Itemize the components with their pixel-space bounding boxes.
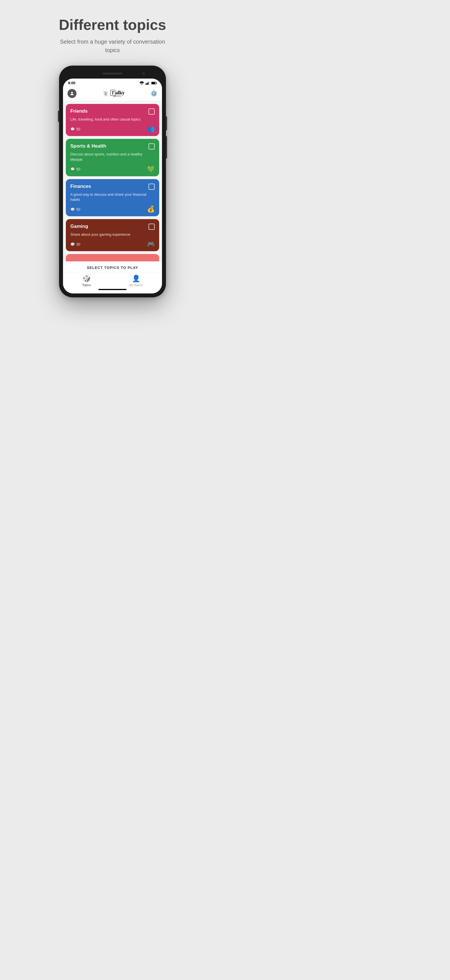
- topic-card-finances[interactable]: Finances A good way to discuss and share…: [66, 179, 159, 216]
- topic-name-friends: Friends: [70, 108, 87, 114]
- phone-speaker: [103, 73, 122, 74]
- topics-list: Friends Life, travelling, food and other…: [63, 101, 162, 261]
- topic-desc-gaming: Share about your gaming experience: [70, 232, 155, 237]
- nav-items: 🎲 Topics 👤 My Space: [63, 273, 162, 288]
- topic-desc-friends: Life, travelling, food and other casual …: [70, 117, 155, 122]
- topic-name-gaming: Gaming: [70, 224, 88, 229]
- topic-icon-sports: 💚: [147, 165, 155, 173]
- page-subtitle: Select from a huge variety of conversati…: [59, 37, 166, 54]
- app-bar: 🃏 Talky games ⚙️: [63, 86, 162, 101]
- nav-label-topics: Topics: [82, 283, 91, 287]
- topic-icon-gaming: 🎮: [147, 240, 155, 248]
- home-indicator: [98, 289, 127, 290]
- chat-icon-sports: 💬: [70, 167, 75, 171]
- battery-icon: [151, 81, 157, 85]
- settings-icon[interactable]: ⚙️: [151, 90, 157, 97]
- svg-rect-1: [146, 83, 147, 85]
- topic-card-friends[interactable]: Friends Life, travelling, food and other…: [66, 104, 159, 136]
- logo-cards-icon: 🃏: [102, 91, 109, 97]
- svg-point-0: [141, 84, 142, 84]
- topic-name-finances: Finances: [70, 184, 91, 189]
- topic-footer-gaming: 💬 30 🎮: [70, 240, 155, 248]
- svg-rect-6: [156, 83, 157, 84]
- nav-item-topics[interactable]: 🎲 Topics: [82, 275, 91, 287]
- topic-card-header-finances: Finances: [70, 184, 155, 190]
- nav-icon-myspace: 👤: [132, 275, 140, 282]
- user-avatar[interactable]: [68, 89, 76, 98]
- topic-card-header-sports: Sports & Health: [70, 143, 155, 150]
- nav-icon-topics: 🎲: [82, 275, 91, 282]
- nav-item-myspace[interactable]: 👤 My Space: [129, 275, 143, 287]
- topic-icon-friends: 👥: [147, 125, 155, 133]
- topic-card-gaming[interactable]: Gaming Share about your gaming experienc…: [66, 219, 159, 251]
- topic-count-sports: 💬 50: [70, 167, 80, 171]
- topic-desc-finances: A good way to discuss and share your fin…: [70, 192, 155, 202]
- svg-rect-7: [152, 82, 155, 84]
- signal-icon: [146, 81, 150, 85]
- bottom-nav: SELECT TOPICS TO PLAY 🎲 Topics 👤 My Spac…: [63, 261, 162, 293]
- phone-button-right-top: [166, 116, 167, 130]
- svg-rect-4: [149, 81, 150, 85]
- topic-card-partial: [66, 254, 159, 261]
- topic-checkbox-sports[interactable]: [149, 143, 155, 150]
- page-header: Different topics Select from a huge vari…: [59, 17, 166, 54]
- chat-icon-finances: 💬: [70, 207, 75, 212]
- svg-point-8: [71, 92, 73, 94]
- topic-icon-finances: 💰: [147, 205, 155, 213]
- topic-checkbox-gaming[interactable]: [149, 224, 155, 230]
- nav-label-myspace: My Space: [129, 283, 143, 287]
- phone-button-right-bottom: [166, 136, 167, 159]
- topic-footer-friends: 💬 50 👥: [70, 125, 155, 133]
- app-logo: 🃏 Talky games: [102, 90, 125, 97]
- topic-count-finances: 💬 50: [70, 207, 80, 212]
- topic-name-sports: Sports & Health: [70, 143, 106, 149]
- phone-device: 9:00: [59, 65, 166, 298]
- phone-camera: [142, 72, 145, 75]
- chat-icon-gaming: 💬: [70, 242, 75, 247]
- topic-checkbox-finances[interactable]: [149, 184, 155, 190]
- svg-rect-2: [147, 83, 147, 85]
- topic-count-friends: 💬 50: [70, 127, 80, 131]
- topic-card-sports[interactable]: Sports & Health Discuss about sports, nu…: [66, 139, 159, 176]
- topic-checkbox-friends[interactable]: [149, 108, 155, 115]
- topic-footer-sports: 💬 50 💚: [70, 165, 155, 173]
- topic-card-header-friends: Friends: [70, 108, 155, 115]
- svg-rect-3: [147, 82, 149, 85]
- topic-card-header-gaming: Gaming: [70, 224, 155, 230]
- wifi-icon: [139, 81, 144, 85]
- phone-top-bar: [63, 70, 162, 78]
- chat-icon: 💬: [70, 127, 75, 131]
- select-topics-label: SELECT TOPICS TO PLAY: [63, 264, 162, 273]
- status-icons: [139, 81, 157, 85]
- phone-button-left: [58, 111, 59, 122]
- topic-footer-finances: 💬 50 💰: [70, 205, 155, 213]
- page-title: Different topics: [59, 17, 166, 33]
- phone-screen: 9:00: [63, 79, 162, 293]
- status-bar: 9:00: [63, 79, 162, 86]
- status-time: 9:00: [68, 81, 75, 85]
- topic-count-gaming: 💬 30: [70, 242, 80, 247]
- topic-desc-sports: Discuss about sports, nutrition and a he…: [70, 152, 155, 162]
